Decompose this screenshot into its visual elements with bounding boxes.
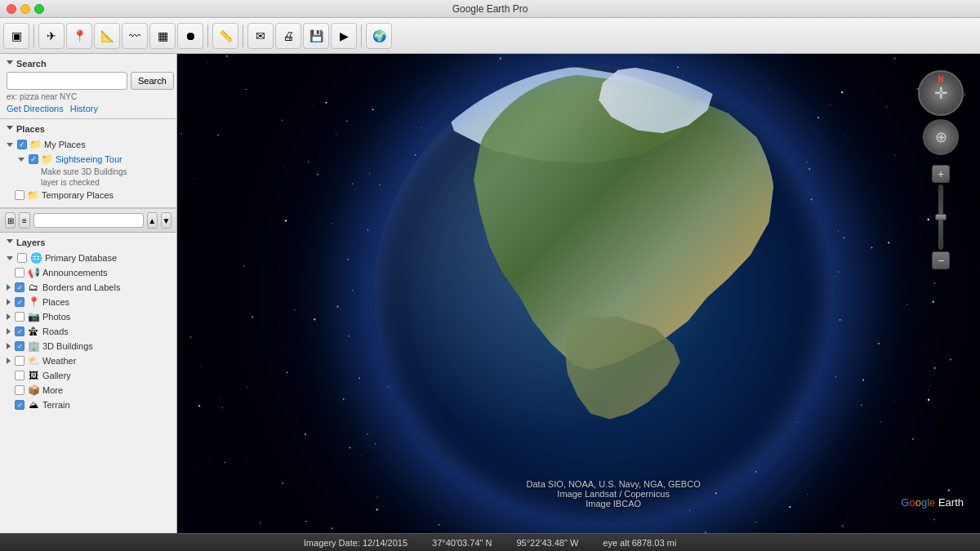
search-disclosure[interactable]	[7, 60, 13, 68]
record-tour-btn[interactable]: ⏺	[177, 23, 203, 49]
gallery-check[interactable]	[15, 371, 24, 380]
zoom-out-btn[interactable]: −	[932, 251, 950, 269]
get-directions-link[interactable]: Get Directions	[7, 104, 64, 113]
titlebar: Google Earth Pro	[0, 0, 980, 18]
close-button[interactable]	[7, 4, 16, 14]
places-view-btn[interactable]: ⊞	[5, 212, 16, 229]
search-header[interactable]: Search	[7, 59, 170, 69]
save-image-btn[interactable]: 💾	[303, 23, 329, 49]
weather-arrow[interactable]	[7, 358, 11, 364]
imagery-date-label: Imagery Date:	[304, 538, 360, 548]
layer-places[interactable]: ✓ 📍 Places	[7, 295, 170, 309]
primary-db-check[interactable]	[17, 253, 27, 263]
places-down-btn[interactable]: ▼	[161, 212, 172, 229]
3d-buildings-arrow[interactable]	[7, 343, 11, 349]
places-up-btn[interactable]: ▲	[147, 212, 158, 229]
zoom-in-btn[interactable]: +	[932, 165, 950, 183]
search-input[interactable]	[7, 72, 127, 90]
places-list-btn[interactable]: ≡	[19, 212, 29, 229]
places-my-places[interactable]: ✓ 📁 My Places	[7, 137, 170, 152]
zoom-thumb[interactable]	[935, 214, 947, 220]
places-layer-arrow[interactable]	[7, 299, 11, 305]
sightseeing-checkbox[interactable]: ✓	[29, 154, 38, 164]
layer-primary-db[interactable]: 🌐 Primary Database	[7, 251, 170, 265]
minimize-button[interactable]	[20, 4, 30, 14]
earth-btn[interactable]: 🌍	[366, 23, 392, 49]
layers-section-label: Layers	[16, 238, 45, 247]
globe-container[interactable]	[373, 65, 831, 522]
places-sightseeing[interactable]: ✓ 📁 Sightseeing Tour	[7, 152, 170, 167]
temporary-label: Temporary Places	[42, 190, 114, 200]
more-icon: 📦	[27, 384, 40, 396]
sightseeing-arrow[interactable]	[18, 158, 24, 162]
layers-header[interactable]: Layers	[7, 238, 170, 247]
announcements-check[interactable]	[15, 268, 24, 278]
my-places-checkbox[interactable]: ✓	[17, 140, 27, 149]
layer-3d-buildings[interactable]: ✓ 🏢 3D Buildings	[7, 339, 170, 353]
layer-gallery[interactable]: 🖼 Gallery	[7, 368, 170, 383]
primary-db-arrow[interactable]	[7, 256, 13, 260]
toolbar: ▣ ✈ 📍 📐 〰 ▦ ⏺ 📏 ✉ 🖨 💾 ▶ 🌍	[0, 18, 980, 54]
sidebar-bottom-bar: ⊞ ≡ ▲ ▼	[0, 208, 176, 233]
layer-borders[interactable]: ✓ 🗂 Borders and Labels	[7, 280, 170, 295]
announcements-icon: 📢	[27, 267, 40, 278]
mexico-landmass	[565, 317, 693, 431]
layer-photos[interactable]: 📷 Photos	[7, 309, 170, 324]
places-search-input[interactable]	[33, 213, 144, 228]
3d-buildings-icon: 🏢	[27, 340, 40, 352]
layer-roads[interactable]: ✓ 🛣 Roads	[7, 324, 170, 339]
borders-arrow[interactable]	[7, 284, 11, 291]
traffic-lights	[7, 4, 44, 14]
layer-weather[interactable]: ⛅ Weather	[7, 353, 170, 368]
compass[interactable]: N ✛	[918, 70, 964, 116]
roads-check[interactable]: ✓	[15, 327, 24, 336]
imagery-date-value: 12/14/2015	[363, 538, 408, 548]
fly-to-btn[interactable]: ✈	[38, 23, 65, 49]
terrain-check[interactable]: ✓	[15, 400, 24, 410]
globe-area[interactable]: N ✛ ⊕ + − Data SIO, NOAA, U.S. Navy, NGA…	[177, 54, 980, 533]
my-places-arrow[interactable]	[7, 143, 13, 147]
add-polygon-btn[interactable]: 📐	[94, 23, 120, 49]
email-btn[interactable]: ✉	[247, 23, 274, 49]
gallery-icon: 🖼	[27, 370, 40, 381]
search-button[interactable]: Search	[131, 72, 174, 90]
layer-more[interactable]: 📦 More	[7, 383, 170, 398]
history-link[interactable]: History	[70, 104, 98, 113]
temporary-checkbox[interactable]	[15, 190, 24, 200]
earth-globe[interactable]	[373, 65, 831, 522]
show-ruler-btn[interactable]: 📏	[212, 23, 238, 49]
add-path-btn[interactable]: 〰	[122, 23, 148, 49]
roads-arrow[interactable]	[7, 328, 11, 335]
pan-control[interactable]: ⊕	[923, 119, 959, 155]
places-temporary[interactable]: 📁 Temporary Places	[7, 188, 170, 202]
coordinates-lon: 95°22'43.48" W	[516, 538, 578, 548]
sightseeing-folder-icon: 📁	[41, 153, 53, 165]
search-section-label: Search	[16, 59, 47, 69]
more-check[interactable]	[15, 385, 24, 395]
more-label: More	[42, 385, 63, 395]
terrain-label: Terrain	[42, 400, 70, 410]
photos-arrow[interactable]	[7, 313, 11, 320]
statusbar: Imagery Date: 12/14/2015 37°40'03.74" N …	[0, 533, 980, 551]
weather-check[interactable]	[15, 356, 24, 366]
places-header[interactable]: Places	[7, 124, 170, 134]
movie-maker-btn[interactable]: ▶	[331, 23, 357, 49]
eye-altitude: eye alt 6878.03 mi	[603, 538, 676, 548]
3d-buildings-check[interactable]: ✓	[15, 341, 24, 351]
borders-check[interactable]: ✓	[15, 282, 24, 292]
maximize-button[interactable]	[34, 4, 44, 14]
places-disclosure[interactable]	[7, 126, 13, 133]
layers-disclosure[interactable]	[7, 239, 13, 247]
print-btn[interactable]: 🖨	[275, 23, 301, 49]
sightseeing-desc: Make sure 3D Buildingslayer is checked	[7, 167, 170, 188]
layer-terrain[interactable]: ✓ ⛰ Terrain	[7, 398, 170, 412]
sightseeing-label[interactable]: Sightseeing Tour	[56, 154, 122, 164]
places-layer-label: Places	[42, 297, 69, 307]
places-layer-check[interactable]: ✓	[15, 297, 24, 307]
layer-announcements[interactable]: 📢 Announcements	[7, 265, 170, 280]
add-overlay-btn[interactable]: ▦	[149, 23, 176, 49]
sidebar-toggle-btn[interactable]: ▣	[3, 23, 29, 49]
add-placemark-btn[interactable]: 📍	[66, 23, 92, 49]
zoom-track[interactable]	[938, 184, 943, 250]
photos-check[interactable]	[15, 312, 24, 322]
